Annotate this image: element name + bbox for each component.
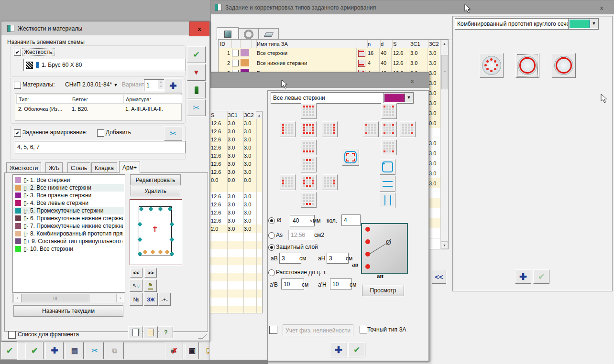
delete-list-button[interactable]: ≣✗: [165, 342, 183, 359]
dlg-anp-input[interactable]: 10: [330, 278, 352, 289]
tab-Жесткости[interactable]: Жесткости: [6, 162, 41, 173]
spinner-arrows[interactable]: ˄˅: [158, 80, 164, 89]
collapse-button[interactable]: <<: [432, 270, 446, 284]
materials-checkbox[interactable]: [14, 82, 21, 89]
stiffness-titlebar[interactable]: Жесткости и материалы: [1, 21, 209, 35]
preview-button-dialog[interactable]: Просмотр: [362, 285, 404, 296]
dialog-table-row[interactable]: 12.63.03.0: [209, 127, 262, 136]
copy-list-button[interactable]: [128, 326, 143, 338]
scissors-button[interactable]: ✂: [187, 99, 206, 116]
scroll-thumb[interactable]: ≡: [441, 55, 448, 89]
dialog-table-row[interactable]: [209, 233, 262, 241]
tab-Кладка[interactable]: Кладка: [91, 162, 117, 173]
dialog-table-row[interactable]: 12.63.03.0: [209, 151, 262, 160]
pattern-button-frame[interactable]: [301, 121, 317, 137]
dlg-cover-radio[interactable]: [268, 244, 275, 251]
dialog-table-row[interactable]: 12.63.03.0: [209, 160, 262, 168]
apply-selection-button[interactable]: ✔: [187, 46, 206, 63]
dialog-table-row[interactable]: [209, 289, 262, 298]
pattern-button-top-edge[interactable]: [301, 103, 317, 119]
stiffness-input[interactable]: 1. Брус 60 X 80: [23, 59, 186, 71]
dlg-dia-radio[interactable]: [268, 217, 275, 224]
list-item[interactable]: ▯- 10. Все стержни: [13, 245, 124, 253]
dialog-table-row[interactable]: [209, 298, 262, 306]
add-type-button-main[interactable]: ✚: [515, 269, 531, 284]
dlg-qty-input[interactable]: 4: [341, 214, 361, 226]
chevron-down-icon[interactable]: ▼: [590, 19, 598, 28]
dialog-table-row[interactable]: 12.63.03.0: [209, 208, 262, 217]
table-vscrollbar[interactable]: ▲▼≡: [440, 40, 448, 249]
reinf-checkbox[interactable]: ✔: [14, 129, 21, 137]
pattern-button-corners-bottom[interactable]: [381, 139, 397, 155]
dialog-table-row[interactable]: [209, 257, 262, 266]
pattern-button-corners-right[interactable]: [400, 121, 416, 137]
dlg-as-radio[interactable]: [268, 232, 275, 239]
nonlin-checkbox-dialog[interactable]: [269, 326, 277, 334]
list-item[interactable]: ▯- 6. Промежуточные нижние стержни: [13, 214, 124, 222]
apply-type-button-main[interactable]: ✔: [533, 269, 549, 284]
table-row[interactable]: 1Все стержни164012.63.03.0: [219, 48, 439, 58]
list-item[interactable]: ▯- 2. Все нижние стержни: [13, 184, 124, 192]
help-button[interactable]: ?: [159, 326, 173, 338]
pattern-button-mid-frame[interactable]: [301, 174, 317, 190]
dlg-avp-input[interactable]: 10: [281, 278, 304, 289]
scroll-left-arrow[interactable]: ‹: [13, 294, 22, 302]
pattern-button-corners-top[interactable]: [381, 103, 397, 119]
proto-color-combo[interactable]: ▼: [568, 18, 599, 30]
circle-proto-button[interactable]: [515, 53, 539, 78]
list-item[interactable]: ▯- 5. Промежуточные стержни: [13, 207, 124, 214]
type-list[interactable]: ▯- 1. Все стержни▯- 2. Все нижние стержн…: [12, 174, 125, 293]
pattern-button-left-mid[interactable]: [280, 174, 296, 190]
dlg-dist-radio[interactable]: [268, 269, 275, 276]
add-contour-button[interactable]: +: [380, 159, 395, 175]
scroll-right-arrow[interactable]: ›: [116, 294, 124, 302]
proto-name-input[interactable]: Комбинированный прототип круглого сечен: [455, 18, 569, 30]
add-type-button-dialog[interactable]: ✚: [330, 343, 347, 357]
app-apply-button[interactable]: ✔: [1, 342, 18, 359]
pattern-button-corners-left[interactable]: [363, 121, 379, 137]
main-close-icon[interactable]: x: [593, 2, 610, 13]
list-item[interactable]: ▯- 4. Все левые стержни: [13, 199, 124, 207]
tab-Ж/Б[interactable]: Ж/Б: [45, 162, 63, 173]
resize-grip[interactable]: [198, 334, 208, 339]
add-material-button[interactable]: ✚: [164, 78, 182, 93]
brush-button[interactable]: [187, 82, 206, 98]
cut-scissors-button[interactable]: ✂: [86, 342, 104, 359]
dlg-av-input[interactable]: 3: [279, 253, 301, 264]
variant-spinner[interactable]: 1 ˄˅: [144, 79, 164, 91]
reinf-scissors-button[interactable]: ✂: [164, 126, 182, 141]
list-item[interactable]: ▯- 7. Промежуточные нижние стержни: [13, 222, 124, 230]
pattern-button-right-mid[interactable]: [322, 174, 338, 190]
dialog-table-row[interactable]: [209, 184, 262, 193]
tab-circle[interactable]: [239, 28, 259, 40]
dialog-table-row[interactable]: 12.63.03.0: [209, 168, 262, 176]
stiffness-close-icon[interactable]: x: [189, 21, 209, 36]
dialog-scroll-up[interactable]: ▲: [256, 111, 263, 119]
list-item[interactable]: ▯- 3. Все правые стержни: [13, 192, 124, 199]
tab-eraser[interactable]: [259, 28, 279, 40]
dialog-table-row[interactable]: [209, 273, 262, 282]
dialog-table-row[interactable]: 12.63.03.0: [209, 143, 262, 152]
zh-button[interactable]: ЗЖ: [144, 293, 158, 306]
vertical-bars-button[interactable]: [380, 193, 395, 208]
dialog-table-row[interactable]: [209, 265, 262, 274]
fragment-checkbox[interactable]: [8, 331, 16, 339]
pattern-button-corners-all[interactable]: [381, 121, 397, 137]
dialog-table-row[interactable]: 12.63.03.0: [209, 135, 262, 144]
scroll-up-arrow[interactable]: ▲: [441, 40, 448, 47]
snip-dropdown[interactable]: СНиП 2.03.01-84* ▼: [65, 81, 118, 88]
filter-button[interactable]: ▼: [187, 64, 206, 81]
dialog-table-row[interactable]: 12.63.03.0: [209, 119, 262, 128]
circle-proto-button[interactable]: [480, 53, 504, 78]
main-window-titlebar[interactable]: Задание и корректировка типов заданного …: [211, 0, 614, 14]
paste-list-button[interactable]: [143, 326, 158, 338]
list-hscrollbar[interactable]: ‹ ||| ›: [12, 293, 125, 303]
chevron-down-icon[interactable]: ▼: [405, 93, 413, 102]
dialog-titlebar[interactable]: [209, 73, 429, 88]
stiffness-checkbox[interactable]: ✔: [14, 49, 21, 56]
reinf-input[interactable]: 4, 5, 6, 7: [15, 141, 186, 153]
pattern-button-right-edge[interactable]: [322, 121, 338, 137]
add-plus-button[interactable]: ✚: [45, 342, 64, 359]
dialog-table-row[interactable]: [209, 249, 262, 257]
paste-fragment-button[interactable]: ▦: [66, 342, 84, 359]
